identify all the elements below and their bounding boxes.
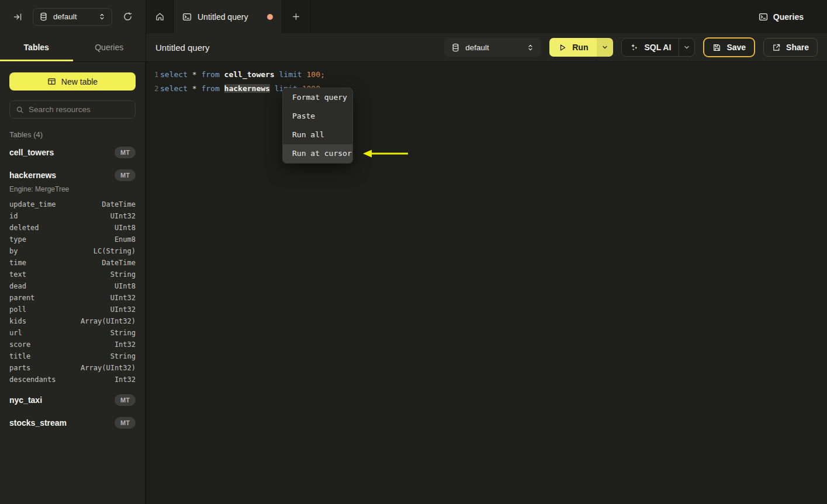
database-select-topbar[interactable]: default	[33, 8, 112, 26]
line-number: 1	[146, 68, 160, 82]
column-type: LC(String)	[94, 247, 136, 255]
column-name: id	[9, 212, 18, 220]
updown-chevron-icon	[527, 44, 534, 51]
column-type: Array(UInt32)	[81, 364, 136, 372]
annotation-arrow-icon	[362, 148, 410, 159]
new-tab-button[interactable]	[282, 0, 310, 33]
search-box	[9, 100, 136, 119]
chevron-down-icon	[683, 44, 690, 51]
column-name: by	[9, 247, 18, 255]
home-icon	[155, 12, 165, 22]
sql-editor[interactable]: 1select * from cell_towers limit 100;2se…	[146, 62, 827, 504]
run-button[interactable]: Run	[549, 38, 597, 57]
column-row: byLC(String)	[9, 245, 136, 257]
code-token: select	[160, 70, 188, 79]
code-lines: 1select * from cell_towers limit 100;2se…	[146, 68, 827, 96]
menu-item-paste[interactable]: Paste	[283, 107, 352, 126]
database-select-value: default	[53, 12, 93, 21]
menu-item-format-query[interactable]: Format query	[283, 88, 352, 107]
tables-section-label: Tables (4)	[9, 130, 136, 139]
toolbar-actions: default Run	[444, 37, 818, 57]
table-engine-label: Engine: MergeTree	[9, 185, 136, 193]
table-row[interactable]: hackernewsMT	[9, 165, 136, 185]
search-input[interactable]	[29, 105, 132, 114]
save-button[interactable]: Save	[703, 37, 755, 57]
code-token: *	[192, 70, 197, 79]
refresh-icon	[123, 12, 133, 22]
engine-badge: MT	[115, 147, 136, 158]
line-number: 2	[146, 82, 160, 96]
refresh-button[interactable]	[123, 12, 133, 22]
sql-ai-split-button: SQL AI	[621, 38, 695, 57]
column-type: Int32	[115, 376, 136, 384]
editor-context-menu: Format queryPasteRun allRun at cursor	[282, 88, 353, 164]
share-button-label: Share	[786, 43, 809, 52]
collapse-right-icon	[13, 12, 22, 22]
column-row: update_timeDateTime	[9, 199, 136, 210]
database-select-toolbar[interactable]: default	[444, 38, 541, 57]
code-token	[220, 70, 224, 79]
code-token: limit	[279, 70, 302, 79]
menu-item-run-at-cursor[interactable]: Run at cursor	[283, 144, 352, 163]
code-text: select * from cell_towers limit 100;	[160, 68, 325, 82]
collapse-sidebar-button[interactable]	[13, 12, 22, 22]
sql-ai-label: SQL AI	[644, 43, 671, 52]
sql-console-app: default Untitled query	[0, 0, 827, 504]
table-row[interactable]: cell_towersMT	[9, 142, 136, 162]
column-type: Array(UInt32)	[81, 317, 136, 325]
table-row[interactable]: stocks_streamMT	[9, 413, 136, 432]
code-token: hackernews	[224, 84, 270, 93]
updown-chevron-icon	[98, 13, 106, 20]
column-row: typeEnum8	[9, 234, 136, 245]
code-line: 2select * from hackernews limit 1000	[146, 82, 827, 96]
sql-ai-button[interactable]: SQL AI	[622, 39, 679, 56]
column-row: partsArray(UInt32)	[9, 362, 136, 374]
column-name: url	[9, 329, 22, 337]
table-name: hackernews	[9, 171, 56, 180]
code-token: cell_towers	[224, 70, 275, 79]
code-token: from	[201, 84, 219, 93]
plus-icon	[292, 12, 300, 21]
tab-strip: Untitled query Queries	[146, 0, 827, 33]
sidebar-tab-tables[interactable]: Tables	[0, 33, 73, 61]
run-button-label: Run	[572, 43, 588, 52]
queries-button[interactable]: Queries	[759, 12, 804, 22]
engine-badge: MT	[115, 417, 136, 429]
column-name: text	[9, 270, 26, 279]
column-row: deletedUInt8	[9, 222, 136, 234]
table-name: cell_towers	[9, 148, 54, 157]
run-options-button[interactable]	[597, 38, 613, 57]
menu-item-run-all[interactable]: Run all	[283, 126, 352, 144]
home-button[interactable]	[146, 0, 173, 33]
code-token: select	[160, 84, 188, 93]
column-type: Int32	[115, 340, 136, 349]
table-row[interactable]: nyc_taxiMT	[9, 390, 136, 409]
save-button-label: Save	[726, 43, 746, 52]
column-name: poll	[9, 305, 26, 314]
sql-ai-options-button[interactable]	[679, 39, 694, 56]
column-type: UInt32	[110, 305, 136, 314]
column-name: parent	[9, 294, 34, 302]
top-bar-left: default	[0, 0, 146, 33]
code-token: from	[201, 70, 219, 79]
sidebar-tab-queries[interactable]: Queries	[73, 33, 146, 61]
tables-list: cell_towersMThackernewsMTEngine: MergeTr…	[9, 142, 136, 432]
share-button[interactable]: Share	[763, 38, 818, 57]
sub-bar: Tables Queries Untitled query default	[0, 33, 827, 62]
query-toolbar: Untitled query default	[146, 33, 827, 61]
column-row: idUInt32	[9, 210, 136, 222]
column-name: title	[9, 352, 30, 360]
new-table-button[interactable]: New table	[9, 72, 136, 91]
column-name: type	[9, 235, 26, 244]
column-name: dead	[9, 282, 26, 290]
tab-untitled-query[interactable]: Untitled query	[173, 0, 282, 33]
query-title: Untitled query	[155, 43, 210, 53]
code-line: 1select * from cell_towers limit 100;	[146, 68, 827, 82]
run-split-button: Run	[549, 38, 613, 57]
database-icon	[451, 43, 460, 52]
unsaved-dot	[267, 14, 273, 20]
active-tab-underline	[0, 60, 73, 61]
column-type: String	[110, 352, 136, 360]
tab-label: Untitled query	[198, 12, 261, 22]
column-type: UInt32	[110, 294, 136, 302]
